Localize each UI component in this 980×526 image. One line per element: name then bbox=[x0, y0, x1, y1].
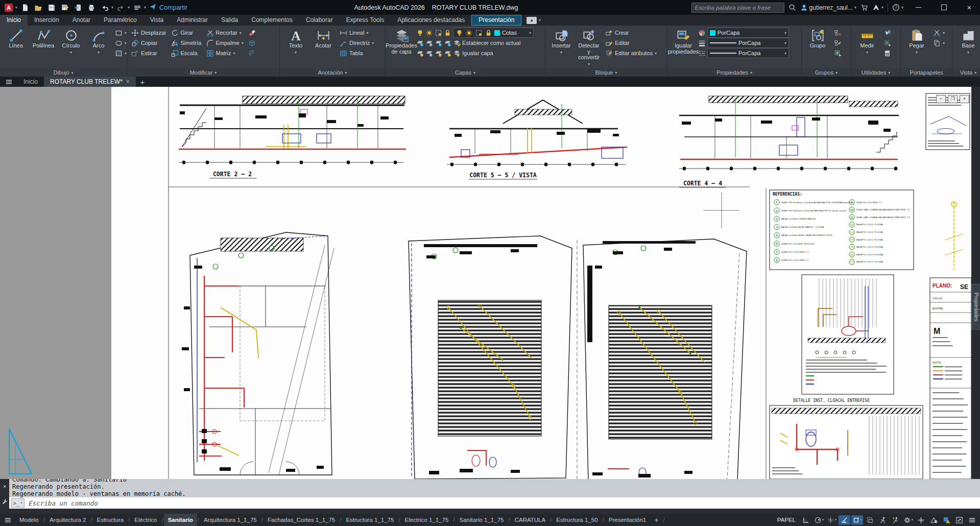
layout-tab-estructura[interactable]: Estructura bbox=[93, 514, 128, 526]
ribbon-tab-salida[interactable]: Salida bbox=[214, 15, 245, 26]
ribbon-button-línea[interactable]: Línea bbox=[3, 28, 29, 68]
ungroup-icon[interactable] bbox=[832, 28, 843, 38]
ribbon-button-estirar[interactable]: Estirar bbox=[130, 48, 168, 58]
ribbon-tab-inicio[interactable]: Inicio bbox=[0, 15, 28, 26]
selection-cycling-icon[interactable] bbox=[864, 515, 876, 525]
search-input[interactable] bbox=[691, 3, 784, 13]
drawing-canvas[interactable]: CORTE 2 – 2 CORTE 5 – 5 / VISTA CORTE 4 … bbox=[0, 87, 971, 479]
panel-label-vista[interactable]: Vista▾ bbox=[952, 68, 980, 77]
ribbon-tab-vista[interactable]: Vista bbox=[144, 15, 170, 26]
quick-select-icon[interactable] bbox=[882, 28, 893, 38]
ribbon-tab-param-trico[interactable]: Paramétrico bbox=[97, 15, 144, 26]
ribbon-button-empalme[interactable]: Empalme▾ bbox=[205, 38, 245, 48]
redo-icon[interactable] bbox=[115, 2, 127, 13]
annotation-scale-settings-icon[interactable]: ▾ bbox=[902, 515, 914, 525]
file-tab-close-icon[interactable]: × bbox=[126, 78, 130, 85]
layout-menu-icon[interactable] bbox=[0, 516, 15, 524]
cut-icon[interactable]: ▾ bbox=[931, 28, 946, 38]
panel-label-utilidades[interactable]: Utilidades▾ bbox=[851, 68, 900, 77]
viewport-close-icon[interactable]: × bbox=[960, 95, 969, 103]
graphics-performance-icon[interactable] bbox=[941, 515, 952, 525]
properties-palette-tab[interactable]: Propiedades bbox=[971, 284, 980, 330]
acad-logo-icon[interactable]: A bbox=[3, 2, 14, 13]
ribbon-tab-presentaci-n[interactable]: Presentación bbox=[471, 15, 521, 26]
layout-tab-electrico-1-1-75[interactable]: Electrico 1_1_75 bbox=[401, 514, 453, 526]
layout-tab-sanitario-1-1-75[interactable]: Sanitario 1_1_75 bbox=[455, 514, 508, 526]
ribbon-button-acotar[interactable]: Acotar bbox=[310, 28, 337, 68]
command-input[interactable] bbox=[28, 499, 978, 508]
viewport-restore-icon[interactable]: ❒ bbox=[948, 95, 958, 103]
ribbon-button-copiar[interactable]: Copiar bbox=[130, 38, 168, 48]
new-layout-button[interactable]: + bbox=[650, 514, 662, 526]
customize-quick-access-icon[interactable] bbox=[132, 2, 143, 13]
share-button[interactable]: Compartir bbox=[149, 3, 187, 12]
ribbon-button-editar[interactable]: Editar bbox=[604, 38, 658, 48]
copy-clip-icon[interactable]: ▾ bbox=[931, 38, 946, 48]
group-edit-icon[interactable] bbox=[832, 38, 843, 48]
layout-tab-estructura-1-50[interactable]: Estructura 1_50 bbox=[552, 514, 602, 526]
command-history[interactable]: Comando: Cambiando a: SanitarioRegeneran… bbox=[9, 479, 980, 497]
layout-tab-fachadas-cortes-1-1-75[interactable]: Fachadas_Cortes 1_1_75 bbox=[264, 514, 339, 526]
autodesk-logo-icon[interactable]: ▾ bbox=[872, 4, 883, 11]
ribbon-collapse-icon[interactable]: ▲ bbox=[527, 17, 537, 24]
ribbon-button-pegar[interactable]: Pegar▾ bbox=[903, 28, 930, 68]
linetype-combo[interactable]: PorCapa▾ bbox=[698, 48, 789, 58]
panel-label-bloque[interactable]: Bloque▾ bbox=[545, 68, 667, 77]
layout-tab-arquitectura-1-1-75[interactable]: Arquitectura 1_1_75 bbox=[200, 514, 261, 526]
layer-match[interactable]: Igualar capa bbox=[416, 48, 534, 58]
panel-label-grupos[interactable]: Grupos▾ bbox=[802, 68, 851, 77]
print-icon[interactable] bbox=[86, 2, 97, 13]
restore-button[interactable] bbox=[933, 0, 954, 15]
customization-menu-icon[interactable] bbox=[966, 515, 978, 525]
ribbon-button-medir[interactable]: Medir▾ bbox=[854, 28, 880, 68]
ribbon-tab-colaborar[interactable]: Colaborar bbox=[299, 15, 340, 26]
minimize-button[interactable] bbox=[907, 0, 929, 15]
ribbon-tab-inserci-n[interactable]: Inserción bbox=[28, 15, 66, 26]
clean-screen-icon[interactable] bbox=[953, 515, 965, 525]
ribbon-button-desplazar[interactable]: Desplazar bbox=[130, 28, 168, 38]
panel-label-portapapeles[interactable]: Portapapeles bbox=[901, 68, 952, 77]
undo-icon[interactable] bbox=[99, 2, 110, 13]
annotation-scale-icon[interactable] bbox=[928, 515, 940, 525]
open-folder-icon[interactable] bbox=[33, 2, 44, 13]
help-icon[interactable]: ?▾ bbox=[892, 4, 903, 11]
ribbon-tab-administrar[interactable]: Administrar bbox=[170, 15, 214, 26]
panel-label-capas[interactable]: Capas▾ bbox=[386, 68, 545, 77]
close-button[interactable]: × bbox=[959, 0, 980, 15]
ribbon-button-recortar[interactable]: Recortar▾ bbox=[205, 28, 245, 38]
layout-tab-estructura-1-1-75[interactable]: Estructura 1_1_75 bbox=[342, 514, 398, 526]
layout-tab-eléctrico[interactable]: Eléctrico bbox=[130, 514, 161, 526]
viewport-minimize-icon[interactable]: – bbox=[936, 95, 946, 103]
panel-label-modificar[interactable]: Modificar▾ bbox=[127, 68, 279, 77]
annotation-visibility-icon[interactable] bbox=[877, 515, 889, 525]
group-select-icon[interactable] bbox=[832, 48, 843, 58]
layer-selector-combo[interactable]: Cotas▾ bbox=[416, 28, 534, 38]
ribbon-button-matriz[interactable]: Matriz▾ bbox=[205, 48, 245, 58]
open-from-mobile-icon[interactable] bbox=[73, 2, 84, 13]
ellipse-icon[interactable]: ▾ bbox=[113, 38, 128, 48]
signed-in-user[interactable]: gutierrez_saul...▾ bbox=[800, 4, 856, 11]
panel-label-anotación[interactable]: Anotación▾ bbox=[280, 68, 385, 77]
ribbon-button-editar-atributos[interactable]: Editar atributos▾ bbox=[604, 48, 658, 58]
ribbon-button-polilínea[interactable]: Polilínea bbox=[30, 28, 57, 68]
ribbon-button-crear[interactable]: Crear bbox=[604, 28, 658, 38]
save-as-icon[interactable] bbox=[59, 2, 70, 13]
new-drawing-tab-button[interactable]: + bbox=[136, 77, 149, 87]
hatch-icon[interactable]: ▾ bbox=[113, 48, 128, 58]
isometric-drafting-icon[interactable]: ▾ bbox=[826, 515, 838, 525]
ribbon-button-escala[interactable]: Escala bbox=[170, 48, 203, 58]
select-similar-icon[interactable] bbox=[882, 38, 893, 48]
file-tab-rotary-club-trelew-[interactable]: ROTARY CLUB TRELEW*× bbox=[44, 77, 136, 87]
layout-tab-caratula[interactable]: CARATULA bbox=[511, 514, 550, 526]
ribbon-button-arco[interactable]: Arco▾ bbox=[85, 28, 112, 68]
ribbon-button-texto[interactable]: ATexto▾ bbox=[282, 28, 309, 68]
layout-tab-presentación1[interactable]: Presentación1 bbox=[605, 514, 651, 526]
quick-calc-icon[interactable] bbox=[882, 48, 893, 58]
layout-tab-modelo[interactable]: Modelo bbox=[15, 514, 43, 526]
panel-label-propiedades[interactable]: Propiedades▾ bbox=[667, 68, 801, 77]
redo-icon-dropdown[interactable]: ▾ bbox=[128, 5, 130, 10]
ribbon-button-base[interactable]: Base▾ bbox=[955, 28, 980, 68]
lineweight-combo[interactable]: PorCapa▾ bbox=[698, 38, 789, 48]
angle-snap-icon[interactable] bbox=[839, 515, 850, 525]
paper-space-toggle[interactable]: PAPEL bbox=[774, 515, 799, 524]
